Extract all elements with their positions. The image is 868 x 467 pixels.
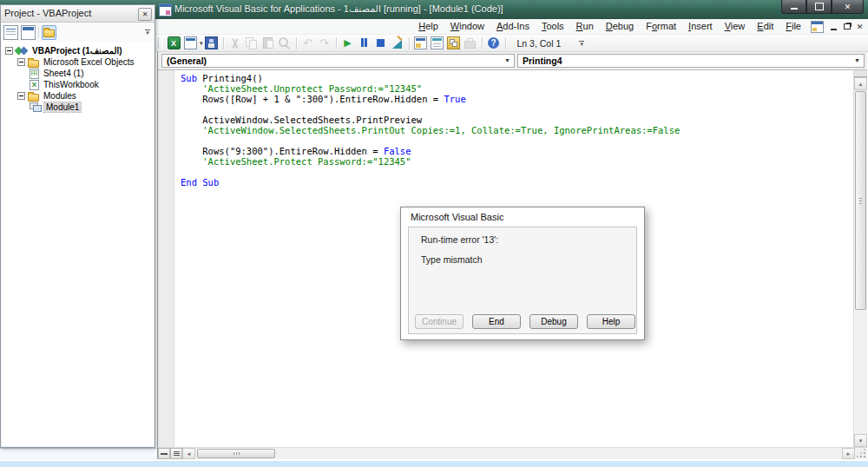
procedure-view-button[interactable] [158, 448, 170, 459]
code-line: Sub Printing4() [181, 73, 680, 83]
help-button[interactable] [486, 36, 502, 51]
tree-item-excel-objects-folder[interactable]: Microsoft Excel Objects [2, 56, 154, 68]
menu-window[interactable]: Window [444, 19, 490, 34]
scroll-down-button[interactable]: ▼ [854, 434, 867, 447]
toolbox-button [463, 36, 478, 51]
code-line [181, 104, 680, 115]
collapse-expander-icon[interactable] [17, 92, 25, 100]
toggle-folders-button[interactable] [42, 25, 56, 40]
object-browser-button[interactable] [446, 36, 462, 51]
dropdown-caret-icon[interactable]: ▾ [200, 40, 203, 47]
copy-button [244, 36, 260, 51]
folder-icon [28, 94, 39, 102]
scroll-right-button[interactable]: ► [842, 448, 855, 459]
view-code-icon[interactable] [3, 25, 18, 40]
dropdown-arrow-icon[interactable]: ▼ [854, 55, 860, 67]
code-text[interactable]: Sub Printing4() 'ActiveSheet.Unprotect P… [181, 73, 680, 187]
undo-button [300, 36, 316, 51]
code-line: Rows("9:300").EntireRow.Hidden = False [181, 146, 680, 156]
code-line: 'ActiveWindow.SelectedSheets.PrintOut Co… [181, 125, 680, 135]
vertical-scrollbar[interactable]: ▲ ▼ [853, 70, 867, 447]
dialog-debug-button[interactable]: Debug [529, 314, 578, 329]
menu-edit[interactable]: Edit [751, 19, 779, 34]
mdi-restore-icon [844, 23, 851, 30]
toolbar-gripper[interactable] [158, 37, 162, 49]
project-explorer-title: Project - VBAProject [4, 8, 91, 18]
panel-options-chevron-icon[interactable] [142, 25, 153, 39]
resize-grip[interactable] [855, 448, 867, 459]
menu-view[interactable]: View [719, 19, 752, 34]
close-button[interactable]: ✕ [832, 0, 864, 14]
menu-help[interactable]: Help [412, 19, 444, 34]
insert-userform-button[interactable] [182, 36, 198, 51]
desktop-strip-bottom [0, 460, 868, 467]
break-button[interactable] [357, 36, 372, 51]
code-line [181, 167, 680, 177]
tree-item-label: ThisWorkbook [42, 80, 101, 89]
module-window-icon[interactable] [811, 21, 824, 33]
menu-add-ins[interactable]: Add-Ins [490, 19, 536, 34]
collapse-expander-icon[interactable] [5, 47, 13, 55]
code-margin-indicator-bar[interactable] [158, 70, 174, 447]
project-explorer-titlebar[interactable]: Project - VBAProject ✕ [1, 5, 155, 23]
error-code-text: Run-time error '13': [421, 234, 498, 245]
object-dropdown[interactable]: (General) ▼ [161, 54, 515, 68]
dropdown-arrow-icon[interactable]: ▼ [504, 55, 510, 67]
split-box[interactable] [854, 70, 867, 77]
mdi-minimize-button[interactable] [827, 21, 840, 33]
tree-item-module1[interactable]: Module1 [2, 102, 154, 113]
dialog-end-button[interactable]: End [472, 314, 521, 329]
project-icon [16, 46, 28, 56]
mdi-close-button[interactable]: ✕ [853, 21, 866, 33]
menu-run[interactable]: Run [570, 19, 600, 34]
procedure-dropdown-value: Printing4 [523, 56, 562, 66]
vertical-scroll-thumb[interactable] [855, 91, 866, 310]
run-button[interactable] [340, 36, 356, 51]
project-explorer-button[interactable] [413, 36, 429, 51]
mdi-minimize-icon [831, 29, 837, 30]
cut-button [227, 36, 243, 51]
collapse-expander-icon[interactable] [17, 58, 25, 66]
project-explorer-close-button[interactable]: ✕ [138, 8, 152, 21]
tree-item-sheet4[interactable]: Sheet4 (1) [2, 68, 154, 79]
mdi-restore-button[interactable] [840, 21, 853, 33]
horizontal-scroll-thumb[interactable] [197, 449, 275, 458]
vba-ide-screen: Microsoft Visual Basic for Applications … [0, 0, 868, 467]
menu-file[interactable]: File [779, 19, 807, 34]
design-mode-button[interactable] [390, 36, 405, 51]
toolbar-separator [223, 37, 224, 49]
copy-icon [245, 36, 258, 49]
close-icon: ✕ [142, 7, 148, 23]
toolbar-separator [482, 37, 483, 49]
tree-item-label: Microsoft Excel Objects [42, 57, 135, 67]
minimize-button[interactable] [781, 0, 806, 14]
project-explorer-toolbar [1, 23, 155, 43]
view-excel-button[interactable] [166, 36, 181, 51]
properties-window-button[interactable] [430, 36, 445, 51]
folder-icon [28, 60, 39, 68]
reset-button[interactable] [373, 36, 389, 51]
dialog-help-button[interactable]: Help [587, 314, 635, 329]
scroll-track[interactable] [275, 448, 842, 459]
toolbar-options-chevron-icon[interactable] [576, 36, 587, 50]
tree-item-vbaproject-root[interactable]: VBAProject (المصنف1) [2, 45, 154, 56]
code-line: ActiveWindow.SelectedSheets.PrintPreview [181, 115, 680, 125]
menu-format[interactable]: Format [640, 19, 682, 34]
menu-insert[interactable]: Insert [682, 19, 719, 34]
horizontal-scrollbar[interactable]: ◄ ► [158, 447, 867, 459]
scroll-up-button[interactable]: ▲ [854, 77, 867, 90]
menu-tools[interactable]: Tools [536, 19, 570, 34]
tree-item-thisworkbook[interactable]: ThisWorkbook [2, 79, 154, 90]
full-module-view-button[interactable] [170, 448, 182, 459]
redo-icon [318, 36, 331, 49]
scroll-left-button[interactable]: ◄ [182, 448, 195, 459]
procedure-dropdown[interactable]: Printing4 ▼ [517, 54, 865, 68]
menu-debug[interactable]: Debug [600, 19, 640, 34]
view-object-icon[interactable] [21, 25, 36, 40]
toolbar-separator [38, 26, 39, 38]
toolbar-separator [505, 37, 506, 49]
reset-icon [374, 36, 387, 49]
save-button[interactable] [204, 36, 220, 51]
maximize-button[interactable] [806, 0, 832, 14]
tree-item-modules-folder[interactable]: Modules [2, 90, 154, 102]
